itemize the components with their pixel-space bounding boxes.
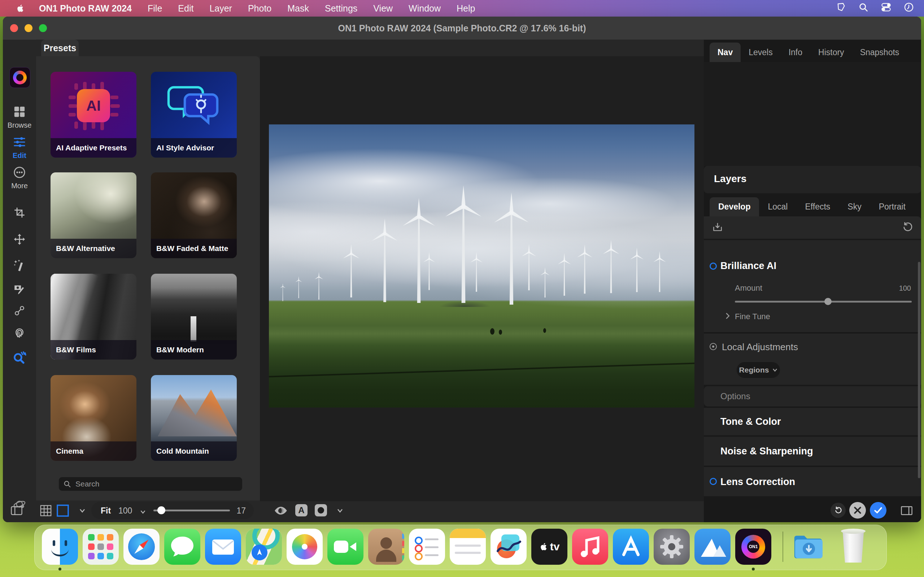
dock-appletv-icon[interactable]: tv [531, 529, 567, 565]
window-titlebar[interactable]: ON1 Photo RAW 2024 (Sample Photo.CR2 @ 1… [3, 16, 921, 40]
dock-music-icon[interactable] [572, 529, 608, 565]
dock-maps-icon[interactable] [246, 529, 282, 565]
view-mode-chevron-icon[interactable] [76, 504, 89, 517]
mask-view-button[interactable] [315, 504, 327, 516]
options-section[interactable]: Options [704, 386, 921, 406]
dock-appstore-icon[interactable] [613, 529, 649, 565]
preset-card-bw-alternative[interactable]: B&W Alternative [50, 172, 136, 258]
noise-sharpening-section[interactable]: Noise & Sharpening [704, 437, 921, 466]
dock-messages-icon[interactable] [164, 529, 200, 565]
search-input[interactable] [75, 479, 238, 488]
tab-history[interactable]: History [810, 43, 852, 62]
sidebar-item-more[interactable]: More [3, 166, 36, 190]
fit-button[interactable]: Fit [101, 506, 111, 516]
dock-facetime-icon[interactable] [327, 529, 363, 565]
dock-finder-icon[interactable] [42, 529, 78, 565]
preview-eye-icon[interactable] [274, 504, 287, 517]
menu-settings[interactable]: Settings [325, 3, 357, 14]
zoom-chevron-icon[interactable] [140, 509, 146, 515]
preset-card-cinema[interactable]: Cinema [50, 375, 136, 461]
move-tool-icon[interactable] [14, 233, 26, 247]
amount-slider-handle[interactable] [824, 298, 832, 305]
undo-button[interactable] [830, 503, 846, 518]
tab-sky[interactable]: Sky [839, 197, 870, 216]
reset-icon[interactable] [901, 221, 913, 234]
menu-help[interactable]: Help [457, 3, 475, 14]
preset-card-bw-films[interactable]: B&W Films [50, 274, 136, 359]
regions-dropdown[interactable]: Regions [737, 362, 780, 378]
tab-snapshots[interactable]: Snapshots [852, 43, 908, 62]
tone-color-section[interactable]: Tone & Color [704, 408, 921, 435]
tab-portrait[interactable]: Portrait [870, 197, 914, 216]
apple-menu-icon[interactable] [16, 3, 25, 14]
zoom-slider[interactable] [153, 509, 230, 511]
photo-canvas[interactable] [260, 56, 704, 501]
dock-notes-icon[interactable] [450, 529, 486, 565]
single-view-icon[interactable] [56, 504, 69, 517]
menu-layer[interactable]: Layer [209, 3, 232, 14]
tab-levels[interactable]: Levels [741, 43, 780, 62]
brilliance-toggle[interactable] [709, 263, 717, 270]
zoom-slider-handle[interactable] [157, 506, 165, 514]
lens-correction-toggle[interactable] [709, 478, 717, 485]
shield-icon[interactable] [836, 2, 846, 15]
dock-safari-icon[interactable] [123, 529, 160, 565]
panel-toggle-right-icon[interactable] [900, 504, 913, 517]
chevron-right-icon[interactable] [725, 312, 730, 321]
dock-mail-icon[interactable] [205, 529, 241, 565]
presets-tab[interactable]: Presets [41, 40, 79, 56]
refine-tool-icon[interactable] [14, 305, 25, 318]
menu-file[interactable]: File [148, 3, 162, 14]
dock-trash-icon[interactable] [835, 529, 871, 565]
compare-button[interactable]: A [295, 504, 307, 516]
dock-contacts-icon[interactable] [368, 529, 404, 565]
save-preset-icon[interactable] [712, 221, 723, 234]
crop-tool-icon[interactable] [14, 206, 26, 220]
mask-options-chevron-icon[interactable] [333, 504, 347, 517]
preset-search-box[interactable] [59, 477, 242, 491]
apply-button[interactable] [870, 502, 887, 519]
tab-nav[interactable]: Nav [709, 43, 741, 62]
sidebar-item-edit[interactable]: Edit [3, 136, 36, 160]
preset-card-ai-adaptive[interactable]: AI AI Adaptive Presets [50, 72, 136, 158]
preset-card-cold-mountain[interactable]: Cold Mountain [151, 375, 237, 461]
menubar-app-name[interactable]: ON1 Photo RAW 2024 [39, 3, 132, 14]
right-panel-scrollbar[interactable] [918, 262, 921, 478]
tab-local[interactable]: Local [759, 197, 796, 216]
amount-slider[interactable] [735, 301, 912, 303]
menu-view[interactable]: View [373, 3, 393, 14]
dock-freeform-icon[interactable] [491, 529, 527, 565]
tab-info[interactable]: Info [781, 43, 810, 62]
clock-icon[interactable] [904, 2, 914, 15]
dock-mountains-app-icon[interactable] [695, 529, 730, 565]
menu-edit[interactable]: Edit [178, 3, 194, 14]
dock-photos-icon[interactable] [287, 529, 323, 565]
control-center-icon[interactable] [881, 2, 892, 15]
tab-develop[interactable]: Develop [709, 197, 759, 216]
panel-toggle-browser-icon[interactable] [10, 504, 23, 517]
dock-reminders-icon[interactable] [409, 529, 445, 565]
ai-quick-mask-tool-icon[interactable] [13, 259, 26, 273]
dock-launchpad-icon[interactable] [82, 529, 119, 565]
preset-card-bw-modern[interactable]: B&W Modern [151, 274, 237, 359]
tab-effects[interactable]: Effects [796, 197, 839, 216]
fine-tune-label[interactable]: Fine Tune [735, 312, 770, 321]
zoom-view-tool-icon[interactable] [13, 351, 26, 366]
healing-tool-icon[interactable] [14, 326, 26, 340]
preset-card-bw-faded-matte[interactable]: B&W Faded & Matte [151, 172, 237, 258]
menu-photo[interactable]: Photo [248, 3, 271, 14]
masking-brush-tool-icon[interactable] [14, 284, 26, 297]
menu-mask[interactable]: Mask [287, 3, 309, 14]
layers-section[interactable]: Layers [704, 166, 921, 193]
zoom-value[interactable]: 100 [118, 506, 132, 516]
dock-settings-icon[interactable] [654, 529, 690, 565]
sidebar-item-browse[interactable]: Browse [3, 106, 36, 129]
dock-on1-photo-raw-icon[interactable]: ON1 [735, 529, 771, 565]
local-adjustments-toggle[interactable] [709, 343, 717, 350]
lens-correction-section[interactable]: Lens Correction [704, 467, 921, 496]
grid-view-icon[interactable] [39, 504, 52, 517]
dock-downloads-icon[interactable] [791, 529, 827, 565]
menu-window[interactable]: Window [409, 3, 441, 14]
spotlight-search-icon[interactable] [858, 2, 868, 15]
preset-card-ai-style-advisor[interactable]: AI Style Advisor [151, 72, 237, 158]
